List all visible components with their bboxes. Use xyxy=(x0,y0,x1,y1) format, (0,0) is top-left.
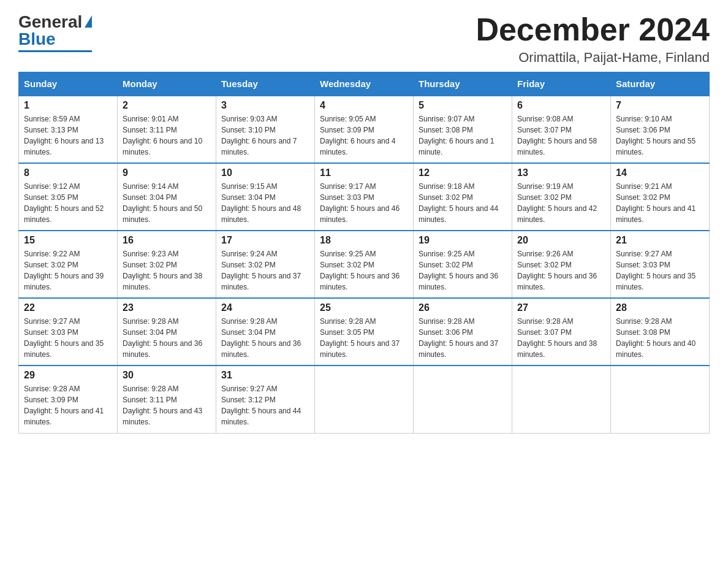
calendar-cell: 11Sunrise: 9:17 AMSunset: 3:03 PMDayligh… xyxy=(315,163,414,231)
weekday-header-tuesday: Tuesday xyxy=(216,72,315,96)
day-info: Sunrise: 9:03 AMSunset: 3:10 PMDaylight:… xyxy=(221,113,309,158)
day-info: Sunrise: 9:25 AMSunset: 3:02 PMDaylight:… xyxy=(320,248,408,293)
week-row-4: 22Sunrise: 9:27 AMSunset: 3:03 PMDayligh… xyxy=(19,298,710,366)
calendar-cell: 24Sunrise: 9:28 AMSunset: 3:04 PMDayligh… xyxy=(216,298,315,366)
calendar-cell: 13Sunrise: 9:19 AMSunset: 3:02 PMDayligh… xyxy=(512,163,611,231)
day-info: Sunrise: 9:25 AMSunset: 3:02 PMDaylight:… xyxy=(419,248,507,293)
calendar-cell: 29Sunrise: 9:28 AMSunset: 3:09 PMDayligh… xyxy=(19,366,118,433)
day-info: Sunrise: 9:08 AMSunset: 3:07 PMDaylight:… xyxy=(517,113,605,158)
day-info: Sunrise: 8:59 AMSunset: 3:13 PMDaylight:… xyxy=(24,113,112,158)
day-number: 14 xyxy=(616,167,704,178)
calendar-cell: 2Sunrise: 9:01 AMSunset: 3:11 PMDaylight… xyxy=(118,96,216,163)
calendar-cell: 19Sunrise: 9:25 AMSunset: 3:02 PMDayligh… xyxy=(414,231,512,298)
weekday-header-wednesday: Wednesday xyxy=(315,72,414,96)
logo-underline xyxy=(18,50,92,52)
day-number: 9 xyxy=(123,167,211,178)
calendar-cell: 8Sunrise: 9:12 AMSunset: 3:05 PMDaylight… xyxy=(19,163,118,231)
day-info: Sunrise: 9:12 AMSunset: 3:05 PMDaylight:… xyxy=(24,181,112,225)
day-info: Sunrise: 9:05 AMSunset: 3:09 PMDaylight:… xyxy=(320,113,408,158)
day-number: 29 xyxy=(24,370,112,381)
day-number: 2 xyxy=(123,100,211,111)
day-info: Sunrise: 9:27 AMSunset: 3:03 PMDaylight:… xyxy=(616,248,704,293)
location-title: Orimattila, Paijat-Hame, Finland xyxy=(476,50,710,66)
calendar-cell: 15Sunrise: 9:22 AMSunset: 3:02 PMDayligh… xyxy=(19,231,118,298)
day-number: 8 xyxy=(24,167,112,178)
weekday-header-monday: Monday xyxy=(118,72,216,96)
week-row-3: 15Sunrise: 9:22 AMSunset: 3:02 PMDayligh… xyxy=(19,231,710,298)
day-number: 12 xyxy=(419,167,507,178)
calendar-cell: 14Sunrise: 9:21 AMSunset: 3:02 PMDayligh… xyxy=(611,163,710,231)
day-number: 18 xyxy=(320,235,408,246)
day-info: Sunrise: 9:28 AMSunset: 3:05 PMDaylight:… xyxy=(320,316,408,360)
day-number: 15 xyxy=(24,235,112,246)
calendar-cell: 18Sunrise: 9:25 AMSunset: 3:02 PMDayligh… xyxy=(315,231,414,298)
week-row-5: 29Sunrise: 9:28 AMSunset: 3:09 PMDayligh… xyxy=(19,366,710,433)
day-number: 10 xyxy=(221,167,309,178)
day-info: Sunrise: 9:23 AMSunset: 3:02 PMDaylight:… xyxy=(123,248,211,293)
week-row-1: 1Sunrise: 8:59 AMSunset: 3:13 PMDaylight… xyxy=(19,96,710,163)
page-header: General Blue December 2024 Orimattila, P… xyxy=(18,12,710,66)
day-number: 3 xyxy=(221,100,309,111)
day-info: Sunrise: 9:28 AMSunset: 3:11 PMDaylight:… xyxy=(123,383,211,427)
calendar-cell: 16Sunrise: 9:23 AMSunset: 3:02 PMDayligh… xyxy=(118,231,216,298)
day-number: 6 xyxy=(517,100,605,111)
calendar-cell: 22Sunrise: 9:27 AMSunset: 3:03 PMDayligh… xyxy=(19,298,118,366)
day-number: 22 xyxy=(24,302,112,313)
day-number: 26 xyxy=(419,302,507,313)
calendar-cell: 25Sunrise: 9:28 AMSunset: 3:05 PMDayligh… xyxy=(315,298,414,366)
day-number: 19 xyxy=(419,235,507,246)
day-info: Sunrise: 9:10 AMSunset: 3:06 PMDaylight:… xyxy=(616,113,704,158)
day-number: 7 xyxy=(616,100,704,111)
day-number: 4 xyxy=(320,100,408,111)
day-info: Sunrise: 9:28 AMSunset: 3:06 PMDaylight:… xyxy=(419,316,507,360)
weekday-header-sunday: Sunday xyxy=(19,72,118,96)
logo-blue-text: Blue xyxy=(18,29,56,48)
calendar-cell: 21Sunrise: 9:27 AMSunset: 3:03 PMDayligh… xyxy=(611,231,710,298)
day-info: Sunrise: 9:28 AMSunset: 3:04 PMDaylight:… xyxy=(123,316,211,360)
day-info: Sunrise: 9:27 AMSunset: 3:03 PMDaylight:… xyxy=(24,316,112,360)
day-info: Sunrise: 9:19 AMSunset: 3:02 PMDaylight:… xyxy=(517,181,605,225)
day-number: 16 xyxy=(123,235,211,246)
day-number: 31 xyxy=(221,370,309,381)
day-info: Sunrise: 9:01 AMSunset: 3:11 PMDaylight:… xyxy=(123,113,211,158)
day-number: 11 xyxy=(320,167,408,178)
calendar-cell: 28Sunrise: 9:28 AMSunset: 3:08 PMDayligh… xyxy=(611,298,710,366)
day-info: Sunrise: 9:28 AMSunset: 3:08 PMDaylight:… xyxy=(616,316,704,360)
calendar-cell: 27Sunrise: 9:28 AMSunset: 3:07 PMDayligh… xyxy=(512,298,611,366)
day-number: 27 xyxy=(517,302,605,313)
calendar-cell: 5Sunrise: 9:07 AMSunset: 3:08 PMDaylight… xyxy=(414,96,512,163)
day-number: 13 xyxy=(517,167,605,178)
day-number: 5 xyxy=(419,100,507,111)
weekday-header-saturday: Saturday xyxy=(611,72,710,96)
day-number: 24 xyxy=(221,302,309,313)
calendar-cell xyxy=(611,366,710,433)
calendar-cell: 4Sunrise: 9:05 AMSunset: 3:09 PMDaylight… xyxy=(315,96,414,163)
calendar-cell: 10Sunrise: 9:15 AMSunset: 3:04 PMDayligh… xyxy=(216,163,315,231)
day-info: Sunrise: 9:21 AMSunset: 3:02 PMDaylight:… xyxy=(616,181,704,225)
weekday-header-thursday: Thursday xyxy=(414,72,512,96)
day-info: Sunrise: 9:28 AMSunset: 3:09 PMDaylight:… xyxy=(24,383,112,427)
day-info: Sunrise: 9:18 AMSunset: 3:02 PMDaylight:… xyxy=(419,181,507,225)
day-number: 21 xyxy=(616,235,704,246)
day-number: 30 xyxy=(123,370,211,381)
day-number: 20 xyxy=(517,235,605,246)
week-row-2: 8Sunrise: 9:12 AMSunset: 3:05 PMDaylight… xyxy=(19,163,710,231)
month-title: December 2024 xyxy=(476,12,710,47)
day-info: Sunrise: 9:17 AMSunset: 3:03 PMDaylight:… xyxy=(320,181,408,225)
day-info: Sunrise: 9:15 AMSunset: 3:04 PMDaylight:… xyxy=(221,181,309,225)
day-number: 25 xyxy=(320,302,408,313)
day-info: Sunrise: 9:22 AMSunset: 3:02 PMDaylight:… xyxy=(24,248,112,293)
day-info: Sunrise: 9:28 AMSunset: 3:04 PMDaylight:… xyxy=(221,316,309,360)
logo: General Blue xyxy=(18,12,92,52)
day-number: 17 xyxy=(221,235,309,246)
calendar-cell: 3Sunrise: 9:03 AMSunset: 3:10 PMDaylight… xyxy=(216,96,315,163)
day-info: Sunrise: 9:14 AMSunset: 3:04 PMDaylight:… xyxy=(123,181,211,225)
calendar-cell: 9Sunrise: 9:14 AMSunset: 3:04 PMDaylight… xyxy=(118,163,216,231)
calendar-cell: 17Sunrise: 9:24 AMSunset: 3:02 PMDayligh… xyxy=(216,231,315,298)
calendar-cell: 30Sunrise: 9:28 AMSunset: 3:11 PMDayligh… xyxy=(118,366,216,433)
calendar-cell xyxy=(512,366,611,433)
day-info: Sunrise: 9:27 AMSunset: 3:12 PMDaylight:… xyxy=(221,383,309,427)
calendar-cell: 1Sunrise: 8:59 AMSunset: 3:13 PMDaylight… xyxy=(19,96,118,163)
day-number: 23 xyxy=(123,302,211,313)
weekday-header-row: SundayMondayTuesdayWednesdayThursdayFrid… xyxy=(19,72,710,96)
